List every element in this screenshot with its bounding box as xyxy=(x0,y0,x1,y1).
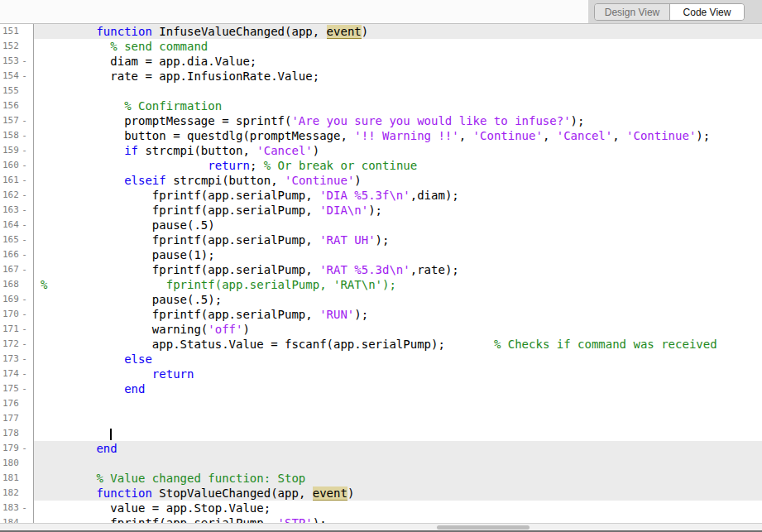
code-line-text[interactable]: end xyxy=(34,381,762,396)
code-line[interactable]: 153- diam = app.dia.Value; xyxy=(0,54,762,69)
code-token: ); xyxy=(376,233,390,247)
code-token: 'Cancel' xyxy=(256,144,312,157)
code-line-text[interactable]: button = questdlg(promptMessage, '!! War… xyxy=(34,128,762,143)
code-line-text[interactable] xyxy=(34,426,762,441)
breakpoint-dash[interactable]: - xyxy=(21,307,28,322)
code-line-text[interactable] xyxy=(34,411,762,426)
code-line-text[interactable]: warning('off') xyxy=(34,322,762,337)
code-line[interactable]: 155 xyxy=(0,84,762,98)
code-line[interactable]: 167- fprintf(app.serialPump, 'RAT %5.3d\… xyxy=(0,262,762,277)
code-line-text[interactable]: value = app.Stop.Value; xyxy=(34,501,762,515)
code-line[interactable]: 159- if strcmpi(button, 'Cancel') xyxy=(0,143,762,158)
code-token: strcmpi(button, xyxy=(138,144,256,157)
breakpoint-dash[interactable]: - xyxy=(21,188,28,203)
code-line[interactable]: 162- fprintf(app.serialPump, 'DIA %5.3f\… xyxy=(0,188,762,203)
horizontal-scrollbar-thumb[interactable] xyxy=(437,525,530,530)
code-line[interactable]: 170- fprintf(app.serialPump, 'RUN'); xyxy=(0,307,762,322)
breakpoint-dash[interactable]: - xyxy=(21,262,28,277)
code-editor[interactable]: 151 function InfuseValueChanged(app, eve… xyxy=(0,24,762,530)
code-line-text[interactable]: fprintf(app.serialPump, 'RAT %5.3d\n',ra… xyxy=(34,262,762,277)
design-view-button[interactable]: Design View xyxy=(595,4,669,21)
code-line[interactable]: 164- pause(.5) xyxy=(0,218,762,232)
code-token xyxy=(41,472,96,485)
code-line-text[interactable]: pause(.5) xyxy=(34,218,762,232)
breakpoint-dash[interactable]: - xyxy=(21,367,28,381)
code-line[interactable]: 179- end xyxy=(0,441,762,456)
code-line-text[interactable]: fprintf(app.serialPump, 'DIA\n'); xyxy=(34,203,762,218)
code-line-text[interactable]: elseif strcmpi(button, 'Continue') xyxy=(34,173,762,188)
breakpoint-dash[interactable]: - xyxy=(21,54,28,69)
code-line[interactable]: 166- pause(1); xyxy=(0,247,762,262)
code-line[interactable]: 178 xyxy=(0,426,762,441)
code-line-text[interactable]: return; % Or break or continue xyxy=(34,158,762,173)
breakpoint-dash[interactable]: - xyxy=(21,158,28,173)
code-line[interactable]: 157- promptMessage = sprintf('Are you su… xyxy=(0,113,762,128)
breakpoint-dash[interactable]: - xyxy=(21,128,28,143)
breakpoint-dash[interactable]: - xyxy=(21,322,28,337)
code-line[interactable]: 165- fprintf(app.serialPump, 'RAT UH'); xyxy=(0,232,762,247)
code-line-text[interactable] xyxy=(34,84,762,98)
code-line[interactable]: 175- end xyxy=(0,381,762,396)
code-line-text[interactable]: fprintf(app.serialPump, 'DIA %5.3f\n',di… xyxy=(34,188,762,203)
code-line-text[interactable]: % Confirmation xyxy=(34,98,762,113)
code-line-text[interactable]: % fprintf(app.serialPump, 'RAT\n'); xyxy=(34,277,762,292)
code-line[interactable]: 161- elseif strcmpi(button, 'Continue') xyxy=(0,173,762,188)
code-line[interactable]: 156 % Confirmation xyxy=(0,98,762,113)
code-line-text[interactable]: app.Status.Value = fscanf(app.serialPump… xyxy=(34,337,762,352)
code-line[interactable]: 181 % Value changed function: Stop xyxy=(0,471,762,486)
breakpoint-dash[interactable]: - xyxy=(21,352,28,367)
breakpoint-dash[interactable]: - xyxy=(21,441,28,456)
code-line-text[interactable] xyxy=(34,396,762,411)
breakpoint-dash[interactable]: - xyxy=(21,232,28,247)
code-token xyxy=(41,352,124,366)
code-line-text[interactable] xyxy=(34,456,762,471)
breakpoint-dash[interactable]: - xyxy=(21,247,28,262)
breakpoint-dash[interactable]: - xyxy=(21,292,28,307)
code-line-text[interactable]: diam = app.dia.Value; xyxy=(34,54,762,69)
code-line[interactable]: 176 xyxy=(0,396,762,411)
breakpoint-dash[interactable]: - xyxy=(21,113,28,128)
code-line-text[interactable]: fprintf(app.serialPump, 'RUN'); xyxy=(34,307,762,322)
code-line[interactable]: 152 % send command xyxy=(0,39,762,54)
code-line-text[interactable]: % send command xyxy=(34,39,762,54)
breakpoint-dash[interactable]: - xyxy=(21,69,28,84)
code-token: return xyxy=(152,367,194,381)
code-line-text[interactable]: pause(.5); xyxy=(34,292,762,307)
code-line[interactable]: 177 xyxy=(0,411,762,426)
code-line[interactable]: 172- app.Status.Value = fscanf(app.seria… xyxy=(0,337,762,352)
code-line-text[interactable]: return xyxy=(34,367,762,381)
code-line[interactable]: 182 function StopValueChanged(app, event… xyxy=(0,486,762,501)
breakpoint-dash[interactable]: - xyxy=(21,203,28,218)
code-line[interactable]: 180 xyxy=(0,456,762,471)
code-line[interactable]: 154- rate = app.InfusionRate.Value; xyxy=(0,69,762,84)
code-line-text[interactable]: promptMessage = sprintf('Are you sure yo… xyxy=(34,113,762,128)
code-view-button[interactable]: Code View xyxy=(669,4,744,21)
code-line[interactable]: 174- return xyxy=(0,367,762,381)
horizontal-scrollbar[interactable] xyxy=(0,523,762,530)
breakpoint-dash[interactable]: - xyxy=(21,337,28,352)
code-line[interactable]: 171- warning('off') xyxy=(0,322,762,337)
code-line-text[interactable]: pause(1); xyxy=(34,247,762,262)
code-line[interactable]: 173- else xyxy=(0,352,762,367)
code-line[interactable]: 168% fprintf(app.serialPump, 'RAT\n'); xyxy=(0,277,762,292)
code-line[interactable]: 151 function InfuseValueChanged(app, eve… xyxy=(0,24,762,39)
breakpoint-dash[interactable]: - xyxy=(21,143,28,158)
code-line-text[interactable]: % Value changed function: Stop xyxy=(34,471,762,486)
code-line-text[interactable]: rate = app.InfusionRate.Value; xyxy=(34,69,762,84)
code-line-text[interactable]: if strcmpi(button, 'Cancel') xyxy=(34,143,762,158)
breakpoint-dash[interactable]: - xyxy=(21,173,28,188)
code-line-text[interactable]: fprintf(app.serialPump, 'RAT UH'); xyxy=(34,232,762,247)
code-line[interactable]: 169- pause(.5); xyxy=(0,292,762,307)
code-line[interactable]: 183- value = app.Stop.Value; xyxy=(0,501,762,515)
breakpoint-dash[interactable]: - xyxy=(21,218,28,232)
code-line[interactable]: 160- return; % Or break or continue xyxy=(0,158,762,173)
breakpoint-dash[interactable]: - xyxy=(21,501,28,515)
code-line-text[interactable]: else xyxy=(34,352,762,367)
code-line[interactable]: 163- fprintf(app.serialPump, 'DIA\n'); xyxy=(0,203,762,218)
breakpoint-dash[interactable]: - xyxy=(21,381,28,396)
code-line-text[interactable]: function StopValueChanged(app, event) xyxy=(34,486,762,501)
gutter: 166- xyxy=(0,247,34,262)
code-line-text[interactable]: end xyxy=(34,441,762,456)
code-line-text[interactable]: function InfuseValueChanged(app, event) xyxy=(34,24,762,39)
code-line[interactable]: 158- button = questdlg(promptMessage, '!… xyxy=(0,128,762,143)
